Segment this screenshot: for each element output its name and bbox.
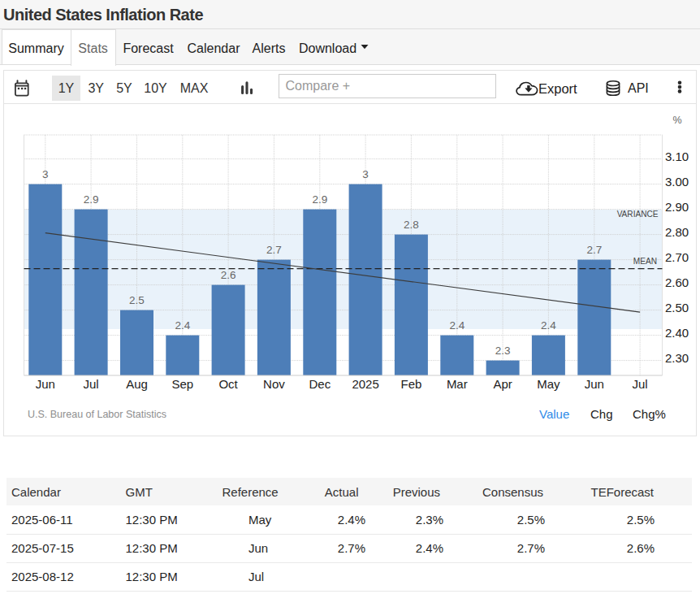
svg-text:3.10: 3.10 <box>665 150 689 163</box>
svg-text:Mar: Mar <box>447 377 468 391</box>
svg-text:2.8: 2.8 <box>404 219 419 231</box>
svg-text:2025: 2025 <box>352 377 378 391</box>
svg-text:2.9: 2.9 <box>312 193 327 206</box>
svg-text:2.9: 2.9 <box>84 193 99 206</box>
svg-text:Jun: Jun <box>585 377 604 391</box>
svg-text:Oct: Oct <box>218 377 238 391</box>
svg-text:2.4: 2.4 <box>449 319 465 332</box>
svg-text:Dec: Dec <box>309 377 331 391</box>
svg-text:Feb: Feb <box>400 377 421 391</box>
svg-text:Chg%: Chg% <box>633 407 666 421</box>
svg-text:MEAN: MEAN <box>633 257 657 266</box>
svg-text:2.30: 2.30 <box>665 351 689 365</box>
svg-text:2.7: 2.7 <box>586 244 602 256</box>
svg-text:3.00: 3.00 <box>665 175 689 189</box>
svg-text:Jun: Jun <box>36 377 55 391</box>
svg-text:May: May <box>537 377 560 391</box>
svg-text:2.7: 2.7 <box>266 244 282 256</box>
svg-text:2.4: 2.4 <box>175 319 190 332</box>
svg-text:2.50: 2.50 <box>665 301 689 314</box>
svg-text:2.4: 2.4 <box>541 319 556 332</box>
svg-text:Sep: Sep <box>171 377 193 391</box>
svg-text:2.6: 2.6 <box>221 269 236 281</box>
svg-text:Value: Value <box>539 407 569 421</box>
svg-text:2.80: 2.80 <box>665 225 689 239</box>
svg-text:Apr: Apr <box>493 377 512 391</box>
svg-text:U.S. Bureau of Labor Statistic: U.S. Bureau of Labor Statistics <box>28 409 166 420</box>
svg-text:VARIANCE: VARIANCE <box>617 210 659 219</box>
svg-text:2.40: 2.40 <box>665 326 689 340</box>
svg-text:%: % <box>673 115 682 126</box>
svg-text:Jul: Jul <box>633 377 648 391</box>
svg-text:3: 3 <box>362 168 369 180</box>
svg-text:2.60: 2.60 <box>665 275 689 289</box>
svg-text:2.3: 2.3 <box>495 345 511 357</box>
svg-text:2.70: 2.70 <box>665 250 689 264</box>
svg-text:Chg: Chg <box>590 407 613 421</box>
svg-text:2.90: 2.90 <box>665 200 689 214</box>
svg-text:Nov: Nov <box>263 377 285 391</box>
svg-text:2.5: 2.5 <box>129 294 145 306</box>
svg-text:Jul: Jul <box>84 377 99 391</box>
svg-text:3: 3 <box>42 168 49 180</box>
svg-text:Aug: Aug <box>126 377 148 391</box>
